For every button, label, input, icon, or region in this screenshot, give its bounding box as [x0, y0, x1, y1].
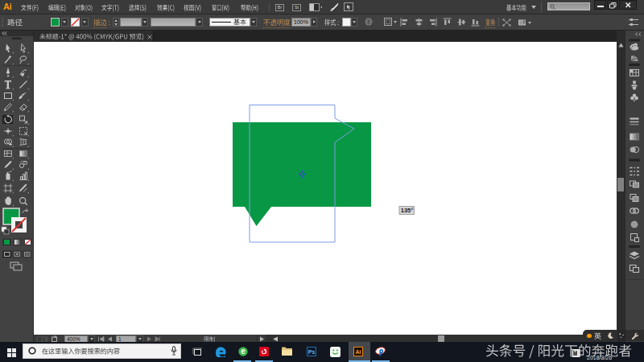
svg-text:e: e	[241, 347, 246, 356]
svg-text:135°: 135°	[401, 207, 414, 214]
